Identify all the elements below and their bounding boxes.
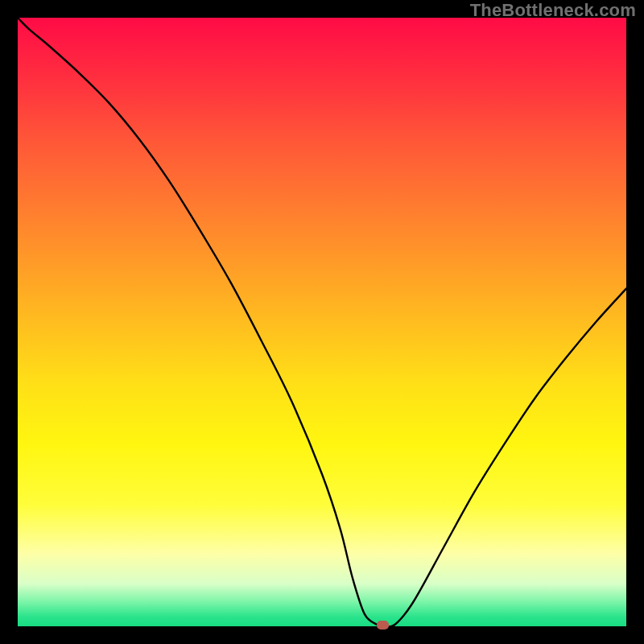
curve-path [18, 18, 626, 627]
ideal-point-marker [377, 621, 389, 630]
chart-frame: TheBottleneck.com [0, 0, 644, 644]
bottleneck-curve [18, 18, 626, 626]
